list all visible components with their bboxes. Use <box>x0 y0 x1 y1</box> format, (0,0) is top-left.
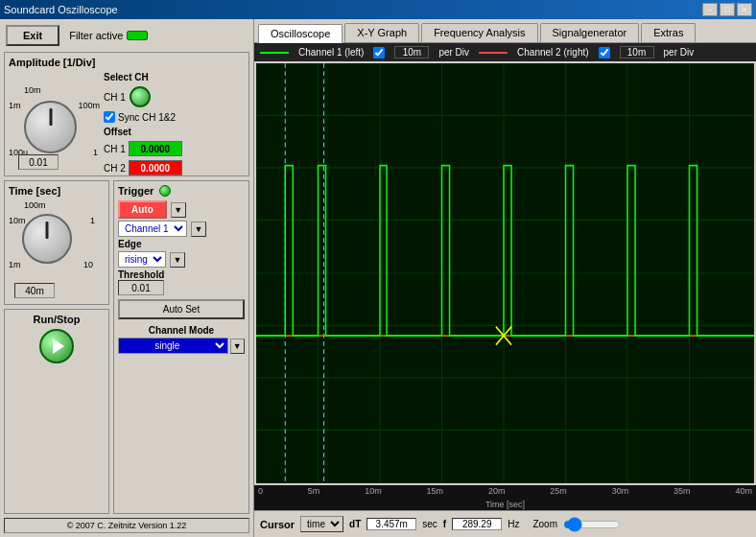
ch2-per-div-input[interactable] <box>620 46 654 58</box>
time-knob-top: 100m <box>24 200 46 210</box>
dt-value-input[interactable] <box>366 518 416 530</box>
maximize-button[interactable]: □ <box>720 3 735 16</box>
right-panel: Oscilloscope X-Y Graph Frequency Analysi… <box>254 19 756 537</box>
x-axis-title: Time [sec] <box>254 497 756 510</box>
filter-active-indicator: Filter active <box>69 30 148 41</box>
x-tick-6: 30m <box>612 486 629 496</box>
select-ch-label: Select CH <box>104 72 245 82</box>
main-container: Exit Filter active Amplitude [1/Div] 10m… <box>0 19 756 537</box>
trigger-label: Trigger <box>118 185 154 197</box>
ch1-offset-row: CH 1 <box>104 141 245 156</box>
channel-mode-section: Channel Mode single ▼ <box>118 325 245 354</box>
time-column: Time [sec] 100m 1 10m 1m 10 <box>4 180 109 514</box>
ch1-indicator <box>130 86 151 107</box>
trigger-section: Trigger Auto ▼ Channel 1 ▼ Edge <box>113 180 249 514</box>
ch1-channel-label: Channel 1 (left) <box>298 47 364 58</box>
trigger-edge-select[interactable]: rising <box>118 251 166 268</box>
run-stop-button[interactable] <box>39 329 74 363</box>
channel-mode-label: Channel Mode <box>118 325 245 336</box>
time-knob[interactable] <box>22 214 72 264</box>
amp-knob-bottom-right: 1 <box>93 148 98 157</box>
tab-bar: Oscilloscope X-Y Graph Frequency Analysi… <box>254 19 756 43</box>
threshold-input[interactable] <box>118 280 164 295</box>
scope-svg <box>256 63 754 483</box>
close-button[interactable]: × <box>737 3 752 16</box>
time-knob-left: 10m <box>9 216 26 225</box>
zoom-slider[interactable] <box>563 518 621 531</box>
run-stop-section: Run/Stop <box>4 309 109 514</box>
tab-signalgenerator[interactable]: Signalgenerator <box>540 23 640 42</box>
edge-section: Edge rising ▼ <box>118 239 245 268</box>
ch2-offset-row: CH 2 <box>104 160 245 175</box>
time-knob-bottom-right: 10 <box>83 260 93 269</box>
tab-oscilloscope[interactable]: Oscilloscope <box>258 24 343 43</box>
ch2-channel-label: Channel 2 (right) <box>517 47 588 58</box>
f-value-input[interactable] <box>452 518 502 530</box>
channel-bar: Channel 1 (left) per Div Channel 2 (righ… <box>254 43 756 61</box>
play-icon <box>53 339 64 354</box>
time-trigger-area: Time [sec] 100m 1 10m 1m 10 <box>4 180 249 514</box>
trigger-auto-button[interactable]: Auto <box>118 200 167 219</box>
amp-knob-left: 1m <box>9 101 21 110</box>
trigger-edge-dropdown[interactable]: ▼ <box>170 252 185 268</box>
channel-mode-dropdown[interactable]: ▼ <box>230 339 245 354</box>
time-small-input[interactable] <box>14 283 55 298</box>
trigger-channel-row: Channel 1 ▼ <box>118 221 245 237</box>
x-tick-0: 0 <box>258 486 263 496</box>
trigger-auto-dropdown[interactable]: ▼ <box>171 202 186 218</box>
left-top-bar: Exit Filter active <box>4 23 249 48</box>
dt-label: dT <box>349 519 361 529</box>
trigger-channel-select[interactable]: Channel 1 <box>118 221 187 237</box>
ch2-offset-input[interactable] <box>129 160 182 175</box>
time-section: Time [sec] 100m 1 10m 1m 10 <box>4 180 109 305</box>
left-panel: Exit Filter active Amplitude [1/Div] 10m… <box>0 19 254 537</box>
ch2-line <box>479 52 508 54</box>
ch1-offset-input[interactable] <box>129 141 182 156</box>
time-knob-area: 100m 1 10m 1m 10 <box>9 200 95 277</box>
amplitude-section: Amplitude [1/Div] 10m 100m 1m 100u 1 Sel… <box>4 52 249 176</box>
sync-row: Sync CH 1&2 <box>104 111 245 123</box>
amplitude-small-input[interactable] <box>18 154 59 170</box>
time-knob-right: 1 <box>90 216 95 225</box>
minimize-button[interactable]: − <box>702 3 718 16</box>
x-tick-1: 5m <box>308 486 320 496</box>
time-label: Time [sec] <box>9 185 105 197</box>
trigger-edge-row: rising ▼ <box>118 251 245 268</box>
filter-led <box>127 31 148 40</box>
cursor-type-select[interactable]: time <box>300 516 343 532</box>
tab-xy-graph[interactable]: X-Y Graph <box>344 23 419 42</box>
x-tick-7: 35m <box>673 486 691 496</box>
ch1-line <box>260 52 289 54</box>
tab-extras[interactable]: Extras <box>641 23 696 42</box>
scope-display <box>256 63 754 483</box>
ch2-visible-checkbox[interactable] <box>599 47 610 58</box>
x-axis-labels: 0 5m 10m 15m 20m 25m 30m 35m 40m <box>254 485 756 497</box>
time-knob-bottom-left: 1m <box>9 260 21 269</box>
offset-label: Offset <box>104 127 245 137</box>
x-tick-5: 25m <box>550 486 567 496</box>
amp-knob-top: 10m <box>24 85 41 95</box>
run-stop-label: Run/Stop <box>34 314 81 325</box>
zoom-label: Zoom <box>532 519 557 529</box>
trigger-header: Trigger <box>118 185 245 197</box>
window-controls: − □ × <box>702 3 752 16</box>
per-div-label1: per Div <box>438 47 469 58</box>
ch1-visible-checkbox[interactable] <box>373 47 385 58</box>
per-div-label2: per Div <box>664 47 695 58</box>
tab-frequency-analysis[interactable]: Frequency Analysis <box>421 23 537 42</box>
ch1-per-div-input[interactable] <box>394 46 429 58</box>
amp-knob-right: 100m <box>78 101 100 110</box>
title-bar: Soundcard Oszilloscope − □ × <box>0 0 756 19</box>
exit-button[interactable]: Exit <box>6 25 59 46</box>
amplitude-right-controls: Select CH CH 1 Sync CH 1&2 Offset CH 1 <box>104 72 245 175</box>
sync-checkbox[interactable] <box>104 111 115 123</box>
status-bar: Cursor time dT sec f Hz Zoom <box>254 510 756 537</box>
auto-set-button[interactable]: Auto Set <box>118 299 245 319</box>
x-tick-8: 40m <box>735 486 752 496</box>
x-tick-3: 15m <box>427 486 444 496</box>
channel-mode-select[interactable]: single <box>118 338 228 354</box>
trigger-channel-dropdown[interactable]: ▼ <box>191 222 206 237</box>
amplitude-knob[interactable] <box>24 101 77 153</box>
hz-unit: Hz <box>508 519 519 529</box>
copyright: © 2007 C. Zeitnitz Version 1.22 <box>4 518 249 533</box>
